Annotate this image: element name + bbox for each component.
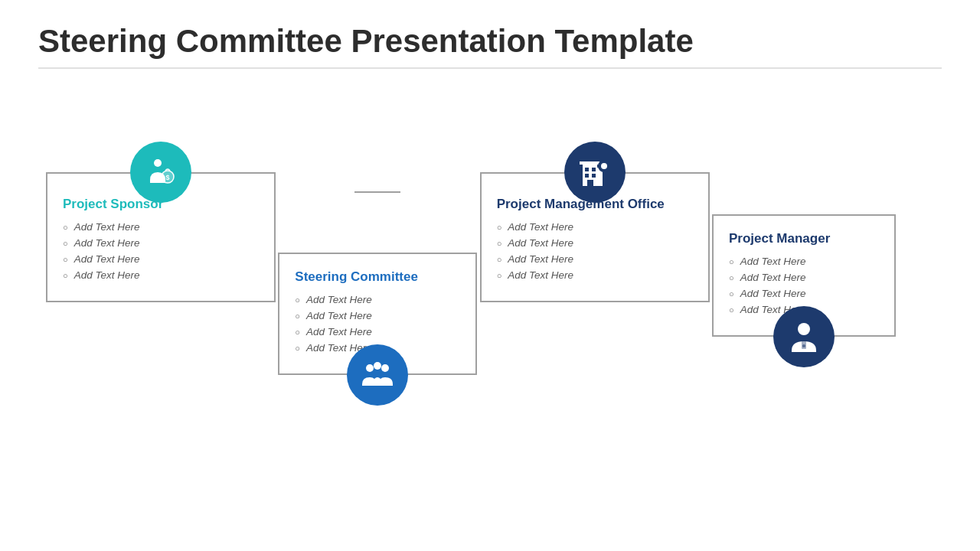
svg-rect-15 <box>603 159 606 162</box>
list-item: Add Text Here <box>295 294 460 305</box>
pmo-list: Add Text Here Add Text Here Add Text Her… <box>497 221 693 281</box>
sponsor-card: $ Project Sponsor Add Text Here Add Text… <box>46 172 276 302</box>
title-divider <box>38 67 942 69</box>
sponsor-icon: $ <box>142 154 179 191</box>
svg-point-5 <box>381 364 389 372</box>
svg-rect-18 <box>608 165 611 168</box>
diagram-area: $ Project Sponsor Add Text Here Add Text… <box>38 92 942 413</box>
steering-card: Steering Committee Add Text Here Add Tex… <box>278 253 477 375</box>
svg-point-19 <box>798 323 810 335</box>
manager-icon <box>786 318 822 355</box>
list-item: Add Text Here <box>729 288 879 299</box>
page-title: Steering Committee Presentation Template <box>38 23 942 60</box>
list-item: Add Text Here <box>295 310 460 321</box>
list-item: Add Text Here <box>295 326 460 337</box>
list-item: Add Text Here <box>63 253 259 265</box>
steering-icon <box>359 357 396 393</box>
list-item: Add Text Here <box>63 237 259 249</box>
list-item: Add Text Here <box>729 256 879 267</box>
svg-point-14 <box>601 163 607 169</box>
steering-title: Steering Committee <box>295 269 460 285</box>
svg-text:$: $ <box>165 174 169 181</box>
manager-icon-circle <box>773 306 835 367</box>
svg-rect-11 <box>587 180 593 186</box>
slide: Steering Committee Presentation Template… <box>0 0 980 551</box>
steering-icon-circle <box>347 344 408 406</box>
svg-point-4 <box>374 362 381 370</box>
list-item: Add Text Here <box>497 221 693 233</box>
list-item: Add Text Here <box>497 253 693 265</box>
manager-card: Project Manager Add Text Here Add Text H… <box>712 214 896 337</box>
list-item: Add Text Here <box>63 221 259 233</box>
list-item: Add Text Here <box>63 269 259 281</box>
pmo-icon <box>577 154 613 191</box>
sponsor-list: Add Text Here Add Text Here Add Text Her… <box>63 221 259 281</box>
svg-point-21 <box>802 344 805 347</box>
svg-rect-10 <box>592 174 596 178</box>
svg-point-3 <box>366 364 374 372</box>
svg-rect-17 <box>597 165 600 168</box>
manager-title: Project Manager <box>729 231 879 246</box>
svg-rect-9 <box>585 174 589 178</box>
svg-rect-16 <box>603 170 606 173</box>
list-item: Add Text Here <box>497 269 693 281</box>
sponsor-icon-circle: $ <box>130 142 191 203</box>
list-item: Add Text Here <box>497 237 693 249</box>
pmo-card: Project Management Office Add Text Here … <box>480 172 710 302</box>
list-item: Add Text Here <box>729 272 879 283</box>
svg-rect-8 <box>592 168 596 171</box>
pmo-icon-circle <box>564 142 626 203</box>
svg-rect-7 <box>585 168 589 171</box>
svg-point-0 <box>154 159 162 167</box>
